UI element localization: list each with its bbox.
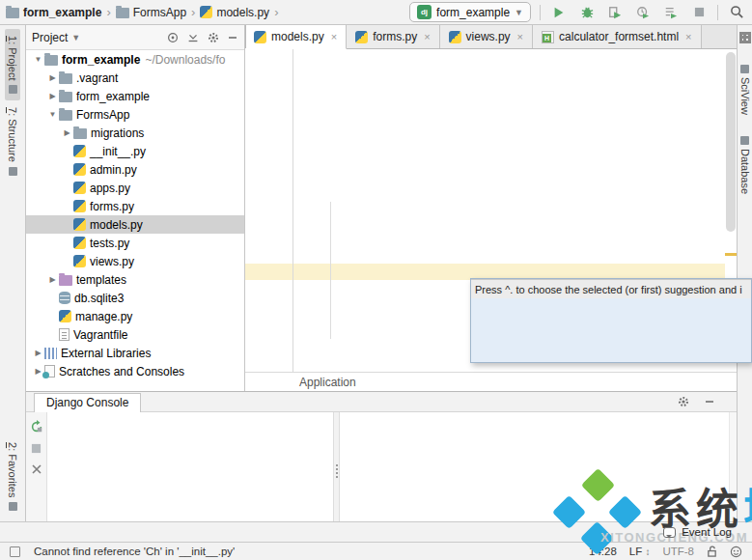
locate-file-icon[interactable]: [166, 31, 180, 44]
run-with-coverage-button[interactable]: [605, 3, 625, 22]
tree-expand-arrow[interactable]: ▶: [46, 275, 59, 284]
run-configurations-button[interactable]: [661, 3, 681, 22]
html-icon: [542, 31, 554, 43]
toolwindow-button-1-project[interactable]: 1: Project: [5, 29, 20, 100]
breadcrumb-class[interactable]: Application: [299, 376, 356, 389]
tree-item-migrations[interactable]: ▶migrations: [26, 124, 244, 142]
tree-item-db-sqlite3[interactable]: db.sqlite3: [26, 289, 244, 307]
hide-panel-icon[interactable]: [227, 32, 238, 43]
event-log-button[interactable]: Event Log: [655, 524, 740, 540]
debug-button[interactable]: [577, 3, 597, 22]
tree-item-forms-py[interactable]: forms.py: [26, 197, 244, 215]
profiler-button[interactable]: [633, 3, 653, 22]
tree-item-scratches-and-consoles[interactable]: ▶Scratches and Consoles: [26, 362, 244, 380]
editor-scrollbar[interactable]: [726, 52, 736, 232]
editor-tab-label: forms.py: [373, 30, 417, 43]
status-bar: Cannot find reference 'Ch' in '__init__.…: [0, 542, 752, 560]
toolwindow-toggle-icon[interactable]: [10, 546, 20, 557]
close-tab-icon[interactable]: ×: [517, 31, 523, 42]
tree-item-tests-py[interactable]: tests.py: [26, 234, 244, 252]
hide-panel-icon[interactable]: [704, 396, 715, 407]
tree-item-label: templates: [76, 273, 126, 287]
editor-tab-views-py[interactable]: views.py×: [440, 25, 533, 48]
console-tab[interactable]: Django Console: [34, 393, 141, 412]
search-everywhere-button[interactable]: [727, 3, 746, 22]
tree-item-admin-py[interactable]: admin.py: [26, 160, 244, 179]
tree-item-label: db.sqlite3: [74, 292, 124, 305]
tree-expand-arrow[interactable]: ▼: [46, 110, 59, 119]
warning-stripe-mark[interactable]: [725, 253, 737, 256]
gear-icon[interactable]: [207, 31, 220, 44]
tree-item--vagrant[interactable]: ▶.vagrant: [26, 69, 244, 87]
breadcrumb-item[interactable]: models.py: [200, 6, 269, 19]
toolbar-separator: [540, 5, 541, 20]
python-icon: [73, 255, 86, 267]
breadcrumb-item[interactable]: form_example: [6, 6, 101, 19]
status-message: Cannot find reference 'Ch' in '__init__.…: [34, 546, 235, 557]
tree-item-label: views.py: [90, 255, 134, 268]
toolwindow-button-database[interactable]: Database: [739, 136, 751, 194]
bug-icon: [580, 5, 595, 19]
python-icon: [355, 31, 368, 43]
console-header: Django Console: [26, 392, 737, 412]
toolwindow-button-7-structure[interactable]: 7: Structure: [5, 100, 20, 182]
tree-item-form_example[interactable]: ▶form_example: [26, 87, 244, 105]
tree-item-views-py[interactable]: views.py: [26, 252, 244, 270]
console-output[interactable]: [47, 412, 333, 521]
tree-item-__init__-py[interactable]: __init__.py: [26, 142, 244, 160]
folder-icon: [44, 55, 58, 66]
tree-item-apps-py[interactable]: apps.py: [26, 179, 244, 197]
line-separator-widget[interactable]: LF ↕: [629, 546, 651, 557]
editor-tab-calculator_formset-html[interactable]: calculator_formset.html×: [533, 25, 701, 48]
highlighting-level-icon[interactable]: [730, 546, 742, 558]
variables-scrollbar[interactable]: [729, 412, 737, 521]
tree-item-label: manage.py: [75, 310, 132, 323]
tree-item-label: apps.py: [90, 182, 130, 195]
tree-expand-arrow[interactable]: ▶: [46, 92, 59, 100]
run-config-selector[interactable]: dj form_example ▼: [409, 2, 531, 22]
toolbar-separator: [717, 5, 718, 20]
encoding-widget[interactable]: UTF-8: [662, 546, 694, 557]
python-icon: [449, 31, 461, 43]
tree-item-manage-py[interactable]: manage.py: [26, 307, 244, 325]
editor-gutter[interactable]: [245, 49, 293, 372]
collapse-all-icon[interactable]: [186, 31, 200, 44]
tree-item-models-py[interactable]: models.py: [26, 215, 244, 234]
stop-button[interactable]: [689, 3, 709, 22]
gear-icon[interactable]: [677, 395, 690, 408]
rerun-icon[interactable]: [30, 420, 43, 434]
breadcrumb-separator-icon: ›: [106, 5, 110, 19]
close-tab-icon[interactable]: ×: [424, 31, 430, 42]
tree-item-formsapp[interactable]: ▼FormsApp: [26, 105, 244, 124]
close-tab-icon[interactable]: ×: [331, 31, 337, 42]
tree-expand-arrow[interactable]: ▶: [46, 73, 59, 82]
chevron-down-icon: ▼: [515, 8, 523, 17]
stop-icon[interactable]: [31, 443, 42, 454]
tree-expand-arrow[interactable]: ▶: [61, 128, 73, 137]
breadcrumb-item[interactable]: FormsApp: [116, 6, 186, 19]
tree-item-vagrantfile[interactable]: Vagrantfile: [26, 325, 244, 344]
python-icon: [200, 6, 212, 18]
tree-item-label: migrations: [91, 126, 144, 140]
tree-expand-arrow[interactable]: ▶: [32, 349, 44, 357]
python-icon: [59, 310, 71, 322]
toolwindow-button-2-favorites[interactable]: 2: Favorites: [5, 435, 20, 518]
editor-layout-grid-icon[interactable]: [739, 32, 751, 43]
project-view-selector[interactable]: Project: [32, 31, 68, 44]
tree-item-label: forms.py: [90, 200, 134, 213]
editor-tab-forms-py[interactable]: forms.py×: [347, 25, 439, 48]
unlock-icon[interactable]: [707, 546, 717, 558]
editor-tab-models-py[interactable]: models.py×: [245, 25, 347, 49]
tree-item-templates[interactable]: ▶templates: [26, 270, 244, 289]
tree-item-external-libraries[interactable]: ▶External Libraries: [26, 344, 244, 362]
tree-item-label: form_example: [76, 90, 150, 103]
close-tab-icon[interactable]: ×: [685, 31, 691, 42]
toolwindow-icon: [740, 65, 749, 73]
toolwindow-button-sciview[interactable]: SciView: [739, 65, 751, 115]
close-icon[interactable]: [31, 463, 42, 475]
panel-splitter[interactable]: [333, 412, 340, 521]
tree-item-form_example[interactable]: ▼form_example~/Downloads/fo: [26, 50, 244, 69]
editor-tab-label: calculator_formset.html: [559, 30, 679, 43]
tree-expand-arrow[interactable]: ▼: [32, 55, 44, 64]
run-button[interactable]: [549, 3, 569, 22]
